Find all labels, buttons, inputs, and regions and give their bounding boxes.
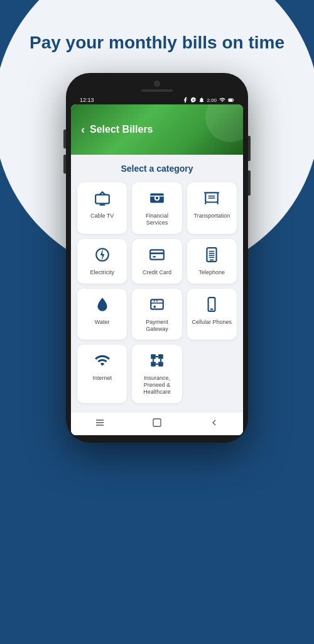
svg-rect-33 xyxy=(158,355,163,360)
category-item-water[interactable]: Water xyxy=(77,289,127,340)
transportation-label: Transportation xyxy=(193,213,230,219)
svg-rect-10 xyxy=(206,193,219,203)
app-header-title: Select Billers xyxy=(90,124,153,135)
wifi-icon xyxy=(219,97,226,103)
internet-label: Internet xyxy=(92,375,112,382)
svg-rect-34 xyxy=(151,362,156,367)
insurance-label: Insurance, Preneed & Healthcare xyxy=(136,375,178,395)
status-time: 12:13 xyxy=(80,97,94,103)
electricity-icon xyxy=(94,247,111,265)
svg-marker-18 xyxy=(100,248,104,261)
cellular-phones-label: Cellular Phones xyxy=(192,319,232,326)
page-title: Pay your monthly bills on time xyxy=(30,31,284,54)
electricity-label: Electricity xyxy=(90,269,114,276)
category-item-credit-card[interactable]: Credit Card xyxy=(132,239,181,284)
back-button[interactable]: ‹ xyxy=(81,123,85,136)
category-item-cable-tv[interactable]: Cable TV xyxy=(77,182,127,234)
nav-home-icon[interactable] xyxy=(152,418,162,430)
payment-gateway-icon xyxy=(149,296,165,315)
vol-up-button xyxy=(63,130,66,148)
svg-rect-32 xyxy=(151,355,156,360)
internet-icon xyxy=(94,352,111,371)
telephone-icon xyxy=(203,247,220,265)
svg-rect-43 xyxy=(153,419,161,426)
cable-tv-label: Cable TV xyxy=(90,213,114,219)
cellular-phones-icon xyxy=(203,296,220,315)
svg-rect-2 xyxy=(229,99,232,102)
svg-rect-35 xyxy=(158,362,163,367)
water-icon xyxy=(94,296,111,315)
front-camera xyxy=(154,80,160,87)
water-label: Water xyxy=(95,319,110,326)
svg-rect-3 xyxy=(95,195,109,204)
category-grid: Cable TV Financial Services xyxy=(77,182,237,402)
svg-rect-27 xyxy=(210,260,214,261)
network-indicator: 2.00 xyxy=(207,97,217,103)
svg-rect-19 xyxy=(150,250,164,259)
credit-card-icon xyxy=(149,247,165,265)
vol-down-button xyxy=(63,155,66,174)
header-section: Pay your monthly bills on time xyxy=(11,0,303,67)
notification-icon xyxy=(198,97,205,103)
phone-screen: ‹ Select Billers Select a category Cable… xyxy=(71,104,243,435)
category-item-financial-services[interactable]: Financial Services xyxy=(132,182,181,234)
category-item-insurance[interactable]: Insurance, Preneed & Healthcare xyxy=(132,345,181,402)
bottom-nav xyxy=(71,412,243,435)
category-title: Select a category xyxy=(77,164,237,174)
phone-mockup: 12:13 2.00 ‹ Select Billers Select a cat… xyxy=(66,73,248,442)
category-item-payment-gateway[interactable]: Payment Gateway xyxy=(132,289,181,340)
category-item-transportation[interactable]: Transportation xyxy=(187,182,237,234)
category-section: Select a category Cable TV xyxy=(71,155,243,411)
payment-gateway-label: Payment Gateway xyxy=(136,319,178,333)
status-icons: 2.00 xyxy=(182,97,234,103)
power-button xyxy=(248,136,251,161)
messenger-icon xyxy=(190,97,197,103)
category-item-electricity[interactable]: Electricity xyxy=(77,239,127,284)
category-item-cellular-phones[interactable]: Cellular Phones xyxy=(187,289,237,340)
insurance-icon xyxy=(149,352,165,371)
financial-services-icon xyxy=(149,190,165,209)
volume-button xyxy=(248,170,251,196)
app-header: ‹ Select Billers xyxy=(71,104,243,155)
nav-menu-icon[interactable] xyxy=(95,418,105,430)
financial-services-label: Financial Services xyxy=(136,213,178,226)
category-item-internet[interactable]: Internet xyxy=(77,345,127,402)
battery-icon xyxy=(228,97,234,103)
category-item-telephone[interactable]: Telephone xyxy=(187,239,237,284)
facebook-icon xyxy=(182,97,188,103)
transportation-icon xyxy=(203,190,220,209)
telephone-label: Telephone xyxy=(199,269,225,276)
speaker xyxy=(141,89,173,92)
svg-rect-1 xyxy=(233,100,234,101)
phone-body: 12:13 2.00 ‹ Select Billers Select a cat… xyxy=(66,73,248,442)
svg-point-8 xyxy=(156,197,158,199)
status-bar: 12:13 2.00 xyxy=(71,96,243,104)
nav-back-icon[interactable] xyxy=(209,418,219,430)
cable-tv-icon xyxy=(94,190,111,209)
credit-card-label: Credit Card xyxy=(143,269,171,276)
